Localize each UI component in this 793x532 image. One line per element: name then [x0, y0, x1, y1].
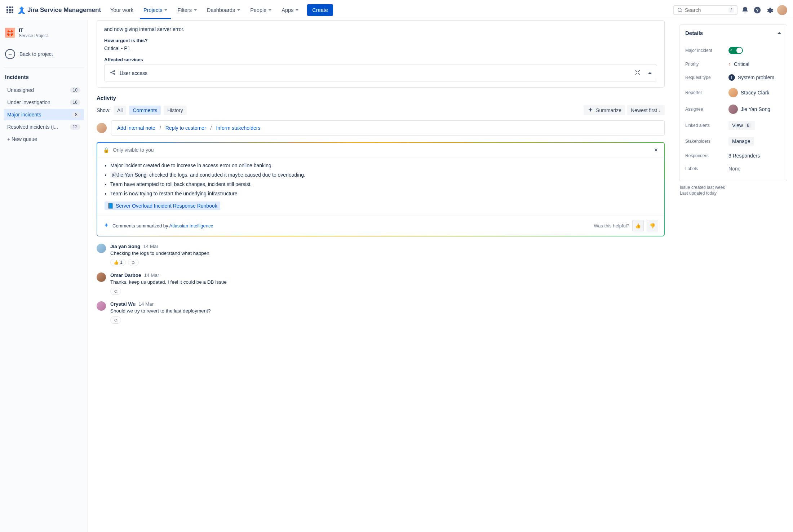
summarize-button[interactable]: Summarize — [584, 105, 625, 115]
comment: Omar Darboe14 Mar Thanks, keep us update… — [97, 272, 665, 295]
nav-filters[interactable]: Filters — [174, 5, 200, 15]
reply-to-customer[interactable]: Reply to customer — [165, 125, 206, 131]
tab-comments[interactable]: Comments — [129, 106, 161, 115]
nav-people[interactable]: People — [247, 5, 275, 15]
sort-button[interactable]: Newest first ↓ — [627, 105, 665, 115]
add-reaction-button[interactable]: ☺ — [128, 259, 139, 266]
affected-service[interactable]: User access — [104, 65, 657, 81]
manage-stakeholders-button[interactable]: Manage — [728, 137, 754, 146]
back-to-project[interactable]: ← Back to project — [4, 45, 84, 63]
chevron-up-icon — [778, 32, 781, 34]
close-icon[interactable]: ✕ — [654, 147, 658, 153]
queue-under-investigation[interactable]: Under investigation16 — [4, 97, 84, 108]
ticket-details-box: and now giving internal server error. Ho… — [97, 20, 665, 88]
activity-tabs: Show: All Comments History — [97, 106, 187, 115]
search-box[interactable]: / — [673, 5, 737, 15]
commenter-avatar — [97, 301, 106, 311]
assignee-label: Assignee — [685, 107, 728, 112]
mention[interactable]: @Jie Yan Song — [110, 172, 148, 178]
svg-line-9 — [635, 70, 637, 72]
helpful-label: Was this helpful? — [594, 223, 629, 229]
queue-resolved[interactable]: Resolved incidents (l...12 — [4, 121, 84, 133]
reply-box: Add internal note / Reply to customer / … — [111, 120, 665, 136]
nav-your-work[interactable]: Your work — [107, 5, 137, 15]
view-alerts-button[interactable]: View6 — [728, 121, 755, 130]
priority-value[interactable]: Critical — [734, 61, 749, 67]
linked-alerts-label: Linked alerts — [685, 123, 728, 128]
add-internal-note[interactable]: Add internal note — [117, 125, 155, 131]
reporter-value[interactable]: Stacey Clark — [741, 90, 769, 96]
labels-value[interactable]: None — [728, 166, 740, 172]
major-incident-toggle[interactable] — [728, 47, 743, 54]
only-visible-label: Only visible to you — [113, 147, 154, 153]
add-reaction-button[interactable]: ☺ — [110, 316, 121, 324]
help-icon[interactable]: ? — [753, 5, 762, 15]
priority-label: Priority — [685, 62, 728, 67]
project-header[interactable]: 🛟 IT Service Project — [4, 26, 84, 40]
urgency-label: How urgent is this? — [104, 38, 657, 43]
search-kbd: / — [728, 8, 734, 13]
create-button[interactable]: Create — [307, 4, 333, 16]
runbook-link[interactable]: 📘 Server Overload Incident Response Runb… — [105, 201, 220, 210]
thumbs-down-button[interactable]: 👎 — [647, 220, 658, 231]
urgency-value: Critical - P1 — [104, 45, 657, 51]
current-user-avatar — [97, 123, 107, 133]
details-header[interactable]: Details — [679, 25, 787, 41]
chevron-down-icon — [237, 9, 240, 11]
profile-avatar[interactable] — [777, 5, 787, 15]
comment: Crystal Wu14 Mar Should we try to revert… — [97, 301, 665, 324]
svg-point-4 — [111, 72, 112, 73]
sidebar-heading: Incidents — [4, 72, 84, 82]
tab-all[interactable]: All — [114, 106, 127, 115]
chevron-down-icon — [164, 9, 167, 11]
warning-icon: ! — [728, 74, 735, 81]
issue-updated: Last updated today — [680, 191, 787, 196]
app-switcher-icon[interactable] — [6, 6, 14, 14]
assignee-value[interactable]: Jie Yan Song — [741, 106, 770, 112]
tab-history[interactable]: History — [164, 106, 187, 115]
search-input[interactable] — [685, 7, 726, 13]
comment-text: Checking the logs to understand what hap… — [110, 251, 665, 256]
reaction-pill[interactable]: 👍1 — [110, 259, 126, 266]
comment-date: 14 Mar — [144, 272, 159, 278]
back-arrow-icon: ← — [5, 49, 15, 59]
nav-projects[interactable]: Projects — [140, 5, 171, 19]
logo[interactable]: Jira Service Management — [17, 6, 101, 14]
new-queue-button[interactable]: + New queue — [4, 133, 84, 145]
nav-dashboards[interactable]: Dashboards — [203, 5, 244, 15]
expand-icon[interactable] — [634, 69, 641, 77]
reporter-avatar — [728, 88, 738, 97]
queue-major-incidents[interactable]: Major incidents8 — [4, 109, 84, 120]
count-badge: 10 — [70, 87, 80, 93]
top-nav: Jira Service Management Your work Projec… — [0, 0, 793, 20]
labels-label: Labels — [685, 166, 728, 171]
comment-text: Thanks, keep us updated. I feel it could… — [110, 279, 665, 285]
request-type-value[interactable]: System problem — [738, 75, 774, 80]
count-badge: 12 — [70, 124, 80, 130]
request-type-label: Request type — [685, 75, 728, 80]
thumbs-up-button[interactable]: 👍 — [632, 220, 644, 231]
responders-label: Responders — [685, 153, 728, 158]
inform-stakeholders[interactable]: Inform stakeholders — [216, 125, 260, 131]
commenter-avatar — [97, 244, 106, 253]
chevron-down-icon — [194, 9, 197, 11]
project-type: Service Project — [19, 33, 48, 38]
svg-line-10 — [638, 70, 640, 72]
service-name: User access — [120, 70, 147, 76]
add-reaction-button[interactable]: ☺ — [110, 288, 121, 295]
notifications-icon[interactable] — [740, 5, 750, 15]
commenter-avatar — [97, 272, 106, 282]
chevron-up-icon[interactable] — [648, 72, 652, 74]
reporter-label: Reporter — [685, 90, 728, 95]
count-badge: 16 — [70, 99, 80, 105]
responders-value[interactable]: 3 Responders — [728, 153, 760, 159]
settings-icon[interactable] — [765, 5, 774, 15]
show-label: Show: — [97, 107, 111, 113]
queue-unassigned[interactable]: Unassigned10 — [4, 84, 84, 96]
comment: Jia yan Song14 Mar Checking the logs to … — [97, 244, 665, 266]
ai-bullet: Major incident created due to increase i… — [110, 163, 657, 168]
priority-icon: ↑ — [728, 61, 731, 67]
nav-apps[interactable]: Apps — [278, 5, 302, 15]
brand-name: Jira Service Management — [27, 6, 101, 14]
search-icon — [677, 7, 683, 13]
